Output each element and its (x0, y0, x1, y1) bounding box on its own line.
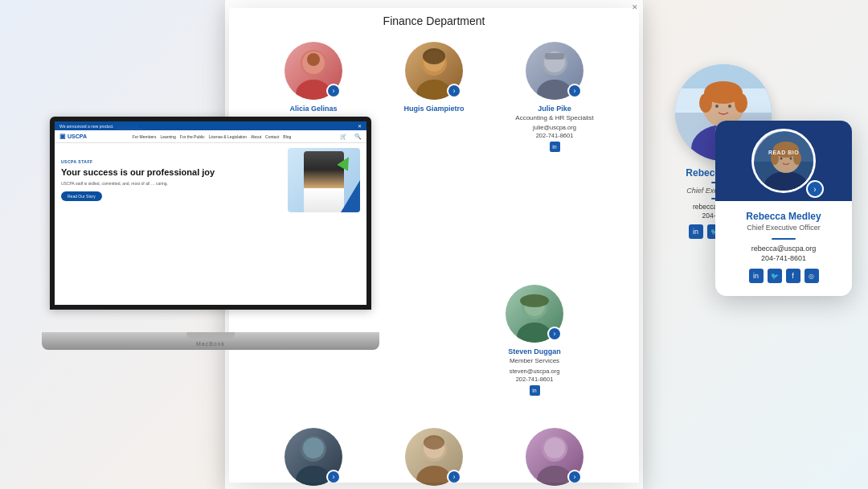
nav-links: For Members Learning For the Public Lice… (92, 134, 332, 139)
svg-point-44 (790, 158, 792, 160)
staff-card-julie[interactable]: › Julie Pike Accounting & HR Specialist … (510, 42, 599, 152)
staff-card-ashlee[interactable]: › Ashlee Isard, CMP Marketing & Digital … (390, 428, 478, 489)
linkedin-icon[interactable]: in (749, 269, 764, 283)
department-title: Finance Department (383, 14, 485, 27)
staff-title: Accounting & HR Specialist (515, 114, 593, 122)
nav-learning[interactable]: Learning (160, 134, 175, 139)
staff-phone: 202-741-8601 (516, 376, 554, 383)
staff-name: Steven Duggan (508, 347, 561, 355)
avatar-wrap: › (285, 42, 342, 100)
svg-point-7 (423, 48, 445, 64)
avatar-wrap: › (405, 42, 463, 100)
svg-point-22 (424, 435, 444, 450)
department-header: Finance Department ✕ (225, 0, 643, 34)
staff-name: Alicia Gelinas (289, 105, 337, 113)
svg-point-18 (303, 438, 324, 458)
avatar-wrap: › (405, 428, 463, 486)
tablet-email: rebecca@uscpa.org (727, 244, 841, 253)
cart-icon[interactable]: 🛒 (340, 134, 347, 140)
staff-label: USCPA STAFF (61, 159, 281, 164)
svg-point-32 (699, 93, 712, 113)
nav-blog[interactable]: Blog (283, 134, 291, 139)
staff-name: Hugis Giampietro (403, 105, 464, 113)
tablet-card-top: READ BIO › (715, 121, 852, 201)
tablet-name: Rebecca Medley (727, 211, 841, 222)
laptop-screen: We announced a new product. Learn more →… (50, 117, 371, 310)
tablet-phone: 204-741-8601 (727, 254, 841, 262)
svg-point-43 (780, 158, 783, 160)
staff-name: Julie Pike (538, 105, 571, 113)
close-bar-icon[interactable]: ✕ (358, 123, 362, 129)
staff-card-stacy[interactable]: › Stacy Svendsen Member Services Represe… (510, 428, 599, 489)
arrow-icon[interactable]: › (326, 84, 341, 98)
staff-title: Member Services (510, 357, 559, 365)
instagram-icon[interactable]: ◎ (805, 269, 819, 283)
svg-point-33 (735, 93, 747, 113)
staff-email: julie@uscpa.org (533, 124, 576, 131)
logo-text: USCPA (68, 134, 87, 139)
laptop: We announced a new product. Learn more →… (42, 117, 379, 350)
svg-point-34 (715, 105, 719, 108)
hero-section: USCPA STAFF Your success is our professi… (55, 143, 366, 217)
announcement-bar: We announced a new product. Learn more →… (55, 121, 366, 130)
gap (225, 404, 643, 420)
staff-email: steven@uscpa.org (510, 368, 560, 375)
staff-row-3: › Perrie Galey-Coleman Member Services R… (225, 420, 643, 489)
staff-card-hugis[interactable]: › Hugis Giampietro (390, 42, 478, 152)
nav-license[interactable]: License & Legislation (209, 134, 247, 139)
tablet-avatar-svg (754, 131, 816, 193)
tablet-card-body: Rebecca Medley Chief Executive Officer r… (715, 201, 852, 283)
tablet-divider (772, 238, 796, 240)
right-panel: › Rebecca Medley Chief Executive Officer… (675, 24, 852, 466)
site-logo: ▣ USCPA (59, 133, 87, 140)
hero-sub: USCPA staff is skilled, committed, and, … (61, 181, 281, 187)
nav-contact[interactable]: Contact (265, 134, 279, 139)
hero-person (304, 151, 344, 212)
staff-card-perrie[interactable]: › Perrie Galey-Coleman Member Services R… (269, 428, 358, 489)
arrow-icon[interactable]: › (447, 470, 461, 484)
nav-members[interactable]: For Members (133, 134, 157, 139)
avatar-wrap: › (526, 428, 583, 486)
nav-public[interactable]: For the Public (180, 134, 205, 139)
tablet-avatar (751, 129, 816, 193)
staff-social-icons: in (530, 385, 540, 396)
facebook-icon[interactable]: f (786, 269, 800, 283)
profile-tablet-card: READ BIO › Rebecca Medley Chief Executiv… (715, 121, 852, 296)
avatar-wrap: › (506, 285, 563, 343)
tablet-social-icons: in 🐦 f ◎ (727, 269, 841, 283)
staff-social-icons: in (550, 142, 560, 152)
avatar-wrap: › (285, 428, 342, 486)
nav-bar: ▣ USCPA For Members Learning For the Pub… (55, 130, 366, 143)
search-icon[interactable]: 🔍 (354, 134, 362, 140)
arrow-icon[interactable]: › (567, 84, 582, 98)
learn-more-link[interactable]: Learn more → (117, 124, 143, 129)
staff-phone: 202-741-8601 (536, 132, 574, 139)
close-icon[interactable]: ✕ (632, 3, 638, 11)
avatar-wrap: › (526, 42, 583, 100)
hero-heading: Your success is our professional joy (61, 166, 281, 178)
announcement-text: We announced a new product. (59, 124, 114, 129)
laptop-notch (186, 332, 235, 339)
linkedin-icon[interactable]: in (689, 224, 703, 239)
hero-cta[interactable]: Read Our Story (61, 191, 102, 201)
arrow-icon[interactable]: › (447, 84, 461, 98)
arrow-icon[interactable]: › (326, 470, 341, 484)
arrow-icon[interactable]: › (547, 327, 562, 341)
svg-point-25 (544, 438, 565, 458)
tablet-arrow-icon[interactable]: › (806, 180, 824, 198)
hero-image (288, 148, 360, 212)
svg-point-15 (520, 294, 549, 307)
laptop-base: MacBook (42, 332, 379, 350)
linkedin-icon[interactable]: in (530, 385, 540, 396)
tablet-title: Chief Executive Officer (727, 224, 841, 232)
staff-card-steven[interactable]: › Steven Duggan Member Services steven@u… (490, 285, 579, 395)
hero-text: USCPA STAFF Your success is our professi… (61, 159, 281, 201)
read-bio-label: READ BIO (768, 150, 799, 155)
nav-about[interactable]: About (251, 134, 261, 139)
twitter-icon[interactable]: 🐦 (768, 269, 782, 283)
linkedin-icon[interactable]: in (550, 142, 560, 152)
arrow-icon[interactable]: › (567, 470, 582, 484)
svg-point-35 (728, 105, 731, 108)
svg-rect-11 (545, 53, 564, 60)
laptop-brand: MacBook (196, 341, 225, 347)
